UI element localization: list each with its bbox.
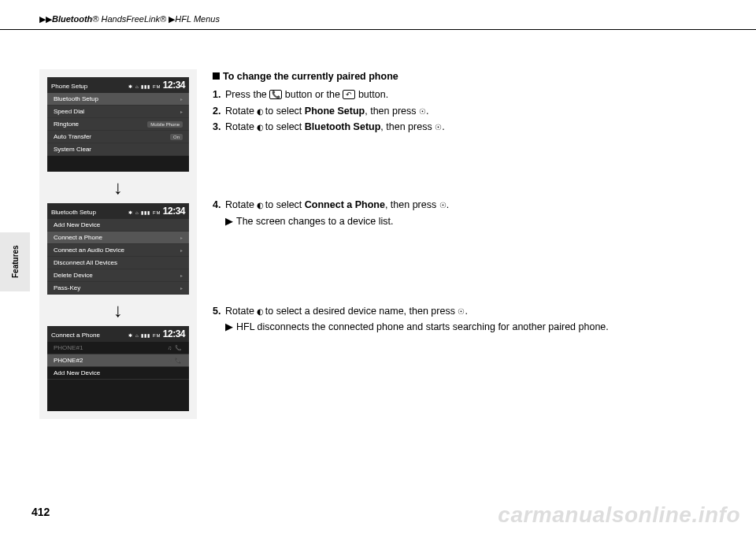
menu-disconnect-all: Disconnect All Devices: [47, 257, 189, 269]
push-dial-icon: ☉: [439, 199, 447, 211]
page-number: 412: [32, 506, 50, 518]
screen-phone-setup: Phone Setup ✱ ⌂ ▮▮▮ FM 12:34 Bluetooth S…: [47, 77, 189, 172]
menu-auto-transfer: Auto TransferOn: [47, 131, 189, 143]
arrow-down-icon: ↓: [113, 301, 123, 320]
triangle-bullet-icon: ▶: [225, 321, 233, 332]
device-add-new: Add New Device: [47, 367, 189, 380]
menu-delete-device: Delete Device▸: [47, 269, 189, 282]
step-3: 3. Rotate ◐ to select Bluetooth Setup, t…: [213, 120, 717, 135]
section-title: To change the currently paired phone: [213, 69, 717, 84]
menu-bluetooth-setup: Bluetooth Setup▸: [47, 93, 189, 106]
screen-title-text: Phone Setup: [51, 83, 87, 90]
clock: 12:34: [163, 206, 185, 217]
side-tab-features: Features: [0, 232, 30, 291]
step-5-sub: ▶HFL disconnects the connected phone and…: [213, 320, 717, 335]
screen-title-text: Connect a Phone: [51, 332, 100, 339]
device-phone2: PHONE#2♫ 📞: [47, 354, 189, 367]
menu-connect-audio: Connect an Audio Device▸: [47, 244, 189, 257]
screen-bluetooth-setup: Bluetooth Setup ✱ ⌂ ▮▮▮ FM 12:34 Add New…: [47, 203, 189, 295]
push-dial-icon: ☉: [419, 106, 426, 117]
arrow-down-icon: ↓: [113, 178, 123, 197]
step-1: 1. Press the 📞 button or the ↶ button.: [213, 87, 717, 102]
menu-system-clear: System Clear: [47, 143, 189, 156]
menu-passkey: Pass-Key▸: [47, 282, 189, 295]
push-dial-icon: ☉: [435, 121, 442, 133]
screen-title-text: Bluetooth Setup: [51, 209, 96, 216]
step-5: 5. Rotate ◐ to select a desired device n…: [213, 304, 717, 319]
menu-connect-phone: Connect a Phone▸: [47, 232, 189, 244]
menu-ringtone: RingtoneMobile Phone: [47, 118, 189, 131]
breadcrumb: ▶▶Bluetooth® HandsFreeLink® ▶HFL Menus: [0, 0, 756, 30]
back-button-icon: ↶: [343, 90, 355, 99]
phone-button-icon: 📞: [269, 90, 282, 99]
step-2: 2. Rotate ◐ to select Phone Setup, then …: [213, 104, 717, 119]
menu-speed-dial: Speed Dial▸: [47, 106, 189, 118]
square-bullet-icon: [213, 72, 220, 80]
clock: 12:34: [163, 80, 185, 91]
menu-add-new-device: Add New Device: [47, 219, 189, 232]
triangle-bullet-icon: ▶: [225, 216, 233, 227]
step-4-sub: ▶The screen changes to a device list.: [213, 214, 717, 229]
screen-connect-phone: Connect a Phone ✱ ⌂ ▮▮▮ FM 12:34 PHONE#1…: [47, 326, 189, 411]
watermark: carmanualsonline.info: [498, 502, 740, 528]
screenshot-column: Phone Setup ✱ ⌂ ▮▮▮ FM 12:34 Bluetooth S…: [39, 69, 197, 419]
clock: 12:34: [163, 328, 185, 339]
step-4: 4. Rotate ◐ to select Connect a Phone, t…: [213, 198, 717, 213]
device-phone1: PHONE#1♫ 📞: [47, 342, 189, 354]
instructions-column: To change the currently paired phone 1. …: [213, 69, 717, 419]
